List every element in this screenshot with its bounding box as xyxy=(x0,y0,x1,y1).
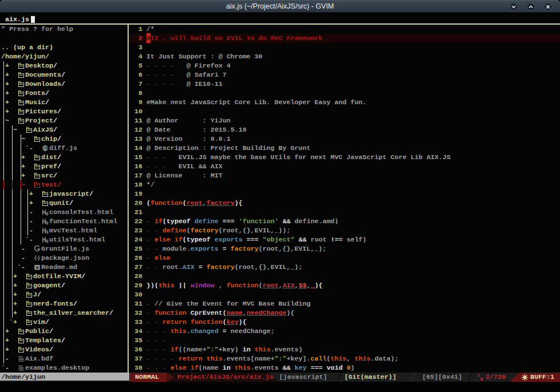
svg-text:JS: JS xyxy=(43,146,48,150)
svg-text:M: M xyxy=(35,266,38,270)
